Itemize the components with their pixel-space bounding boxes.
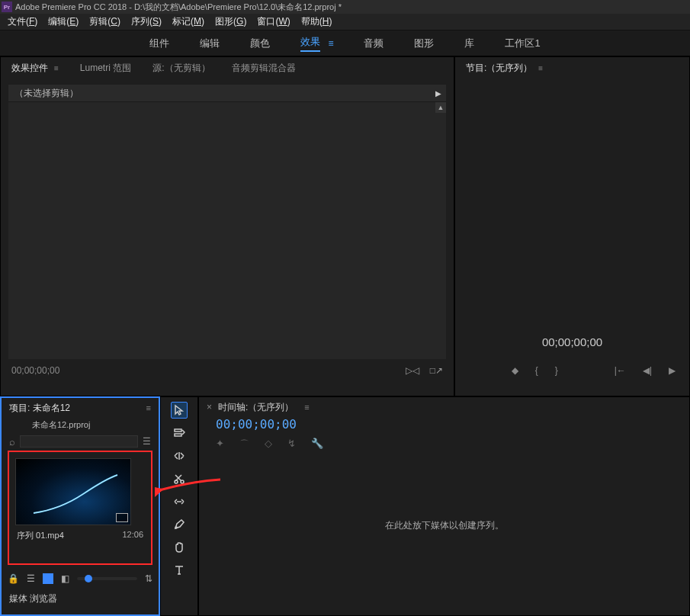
- close-panel-icon[interactable]: ×: [207, 402, 212, 412]
- window-titlebar: Pr Adobe Premiere Pro CC 2018 - D:\我的文档\…: [0, 0, 690, 14]
- program-panel-menu-icon[interactable]: ≡: [538, 64, 543, 72]
- project-panel-menu-icon[interactable]: ≡: [146, 403, 151, 412]
- razor-tool-icon[interactable]: [171, 470, 188, 487]
- menu-sequence[interactable]: 序列(S): [131, 15, 162, 28]
- timeline-settings-icon[interactable]: ↯: [287, 438, 296, 451]
- freeform-view-icon[interactable]: ◧: [61, 573, 69, 584]
- workspace-assembly[interactable]: 组件: [149, 37, 169, 50]
- clip-thumbnail[interactable]: [15, 458, 131, 525]
- timeline-drop-hint: 在此处放下媒体以创建序列。: [199, 519, 689, 532]
- window-title: Adobe Premiere Pro CC 2018 - D:\我的文档\Ado…: [15, 2, 342, 13]
- program-controls: ◆ { } |← ◀| ▶: [455, 353, 689, 388]
- menu-marker[interactable]: 标记(M): [172, 15, 204, 28]
- thumbnail-graphic: [30, 471, 121, 517]
- no-clip-selected-label: （未选择剪辑）: [14, 87, 79, 100]
- tab-source[interactable]: 源:（无剪辑）: [152, 62, 210, 75]
- pen-tool-icon[interactable]: [171, 516, 188, 533]
- effect-controls-body: ▲: [8, 101, 446, 359]
- export-frame-icon[interactable]: □↗: [430, 365, 443, 376]
- timeline-timecode[interactable]: 00;00;00;00: [199, 417, 689, 432]
- track-select-tool-icon[interactable]: [171, 425, 188, 441]
- source-timecode: 00;00;00;00: [11, 365, 59, 376]
- search-icon[interactable]: ⌕: [9, 436, 15, 448]
- tab-effect-controls[interactable]: 效果控件: [11, 62, 48, 75]
- annotation-highlight: 序列 01.mp4 12:06: [8, 451, 152, 565]
- linked-selection-icon[interactable]: ⌒: [239, 438, 249, 451]
- menu-graphics[interactable]: 图形(G): [215, 15, 246, 28]
- workspace-graphics[interactable]: 图形: [414, 37, 434, 50]
- tools-panel: [160, 396, 198, 616]
- play-icon[interactable]: ▶: [669, 365, 676, 376]
- svg-point-3: [181, 480, 184, 483]
- hand-tool-icon[interactable]: [171, 539, 188, 556]
- effect-controls-header: （未选择剪辑） ▶: [8, 85, 446, 101]
- menu-edit[interactable]: 编辑(E): [48, 15, 79, 28]
- tab-media-browser[interactable]: 媒体 浏览器: [2, 589, 159, 608]
- program-panel: 节目:（无序列） ≡ 00;00;00;00 ◆ { } |← ◀| ▶: [454, 56, 690, 396]
- tab-program[interactable]: 节目:（无序列）: [466, 62, 532, 75]
- bracket-in-icon[interactable]: {: [535, 365, 538, 376]
- zoom-handle[interactable]: [85, 575, 92, 582]
- workspace-custom1[interactable]: 工作区1: [505, 37, 540, 50]
- svg-rect-0: [175, 429, 181, 432]
- ripple-edit-tool-icon[interactable]: [171, 448, 188, 464]
- menu-window[interactable]: 窗口(W): [257, 15, 290, 28]
- project-panel: 项目: 未命名12 ≡ 未命名12.prproj ⌕ ☰ 序列 01.mp4 1…: [0, 396, 160, 616]
- type-tool-icon[interactable]: [171, 562, 188, 579]
- timeline-panel: × 时间轴:（无序列） ≡ 00;00;00;00 ✦ ⌒ ◇ ↯ 🔧 在此处放…: [198, 396, 690, 616]
- sort-icon[interactable]: ⇅: [145, 573, 152, 584]
- tab-audio-mixer[interactable]: 音频剪辑混合器: [232, 62, 296, 75]
- program-timecode: 00;00;00;00: [542, 335, 602, 348]
- project-filename: 未命名12.prproj: [2, 418, 159, 434]
- project-search-input[interactable]: [20, 435, 138, 448]
- workspace-effects[interactable]: 效果: [300, 35, 320, 52]
- add-marker-icon[interactable]: ◇: [265, 438, 272, 451]
- selection-tool-icon[interactable]: [171, 402, 188, 419]
- filter-bin-icon[interactable]: ☰: [143, 436, 151, 447]
- workspace-library[interactable]: 库: [464, 37, 474, 50]
- toggle-timeline-icon[interactable]: ▶: [435, 89, 441, 98]
- workspace-editing[interactable]: 编辑: [200, 37, 220, 50]
- program-monitor: 00;00;00;00: [455, 79, 689, 353]
- svg-point-2: [175, 480, 178, 483]
- scroll-up-icon[interactable]: ▲: [435, 102, 446, 113]
- slip-tool-icon[interactable]: [171, 493, 188, 510]
- tab-lumetri[interactable]: Lumetri 范围: [80, 62, 131, 75]
- loop-icon[interactable]: ▷◁: [406, 365, 419, 376]
- menu-clip[interactable]: 剪辑(C): [89, 15, 120, 28]
- source-panel: 效果控件 ≡ Lumetri 范围 源:（无剪辑） 音频剪辑混合器 （未选择剪辑…: [0, 56, 454, 396]
- workspace-tabs: 组件 编辑 颜色 效果 ≡ 音频 图形 库 工作区1: [0, 30, 690, 56]
- wrench-icon[interactable]: 🔧: [311, 438, 323, 451]
- bracket-out-icon[interactable]: }: [555, 365, 558, 376]
- write-lock-icon[interactable]: 🔒: [8, 573, 19, 584]
- snap-icon[interactable]: ✦: [216, 438, 224, 451]
- clip-duration: 12:06: [122, 530, 143, 541]
- menu-help[interactable]: 帮助(H): [301, 15, 332, 28]
- timeline-title[interactable]: 时间轴:（无序列）: [218, 401, 294, 414]
- mark-in-icon[interactable]: ◆: [512, 365, 518, 376]
- step-back-icon[interactable]: ◀|: [643, 365, 652, 376]
- svg-rect-1: [175, 434, 181, 436]
- go-to-in-icon[interactable]: |←: [615, 365, 626, 376]
- workspace-color[interactable]: 颜色: [250, 37, 270, 50]
- timeline-panel-menu-icon[interactable]: ≡: [304, 403, 309, 412]
- zoom-slider[interactable]: [77, 577, 137, 580]
- workspace-audio[interactable]: 音频: [364, 37, 384, 50]
- clip-type-icon: [116, 513, 128, 522]
- list-view-icon[interactable]: ☰: [27, 573, 35, 584]
- menu-file[interactable]: 文件(F): [8, 15, 37, 28]
- clip-name: 序列 01.mp4: [17, 530, 64, 541]
- project-toolbar: 🔒 ☰ ◧ ⇅: [2, 568, 159, 589]
- workspace-menu-icon[interactable]: ≡: [328, 38, 333, 49]
- tab-project[interactable]: 项目: 未命名12: [9, 402, 70, 415]
- app-logo-icon: Pr: [2, 2, 12, 12]
- panel-menu-icon[interactable]: ≡: [54, 64, 59, 72]
- icon-view-icon[interactable]: [43, 573, 53, 584]
- menu-bar: 文件(F) 编辑(E) 剪辑(C) 序列(S) 标记(M) 图形(G) 窗口(W…: [0, 14, 690, 30]
